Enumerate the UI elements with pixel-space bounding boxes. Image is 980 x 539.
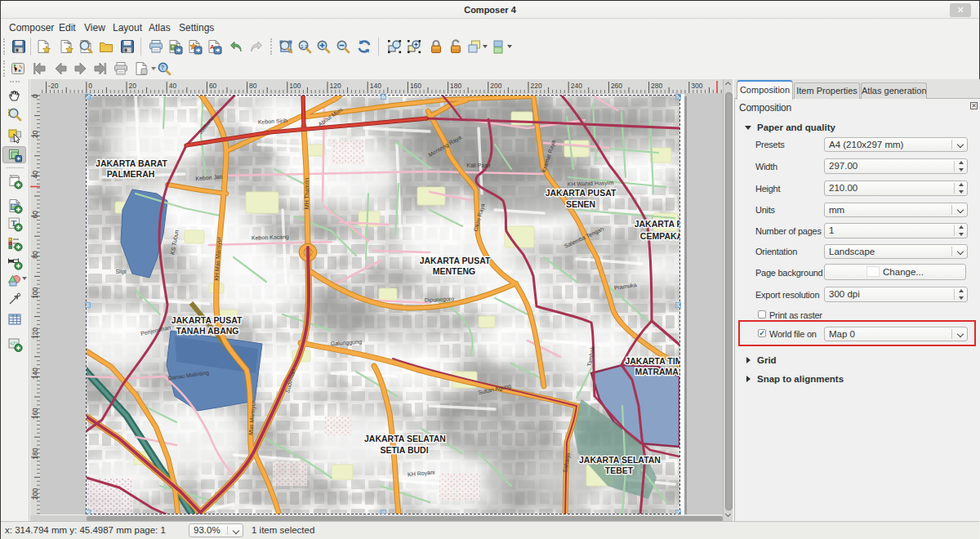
svg-text:160: 160 [31, 408, 39, 419]
svg-text:0: 0 [31, 94, 39, 98]
svg-text:220: 220 [531, 82, 542, 90]
svg-text:120: 120 [330, 82, 341, 90]
svg-text:40: 40 [169, 82, 177, 90]
svg-text:140: 140 [370, 82, 381, 90]
svg-text:160: 160 [410, 82, 421, 90]
svg-text:100: 100 [289, 82, 301, 90]
svg-text:-20: -20 [48, 82, 59, 90]
svg-text:20: 20 [31, 130, 39, 138]
svg-text:80: 80 [249, 82, 257, 90]
svg-text:280: 280 [651, 82, 662, 90]
svg-text:200: 200 [490, 82, 501, 90]
svg-text:100: 100 [31, 287, 39, 299]
svg-text:80: 80 [31, 251, 39, 259]
svg-text:60: 60 [31, 211, 39, 219]
svg-text:240: 240 [571, 82, 582, 90]
svg-text:40: 40 [31, 171, 39, 179]
svg-text:20: 20 [129, 82, 137, 90]
svg-text:300: 300 [691, 82, 702, 90]
svg-text:60: 60 [209, 82, 217, 90]
svg-text:1:1: 1:1 [301, 44, 308, 49]
svg-text:260: 260 [611, 82, 622, 90]
svg-text:200: 200 [31, 488, 39, 500]
svg-text:180: 180 [31, 448, 39, 459]
svg-text:140: 140 [31, 368, 39, 379]
svg-text:180: 180 [450, 82, 461, 90]
svg-text:120: 120 [31, 327, 39, 339]
svg-text:0: 0 [88, 82, 92, 90]
svg-text:?: ? [161, 65, 164, 70]
